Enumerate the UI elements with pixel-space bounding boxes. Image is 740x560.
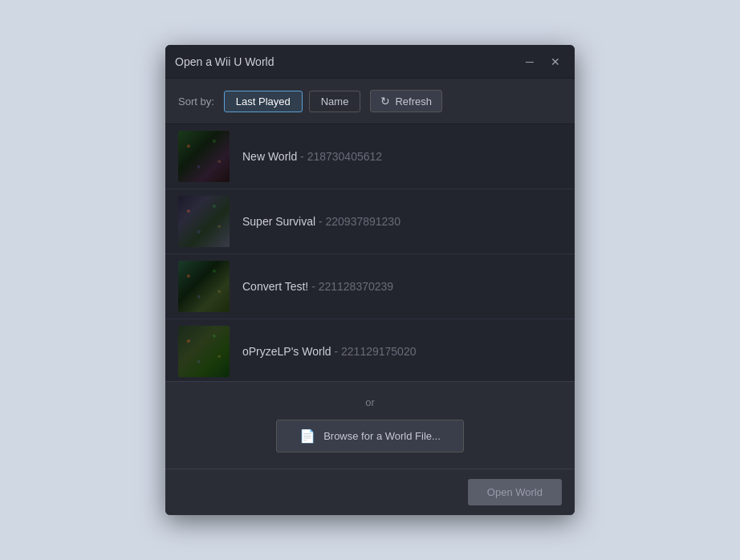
world-item[interactable]: New World - 218730405612 (165, 124, 575, 189)
world-id: - 220937891230 (319, 215, 400, 228)
world-list: New World - 218730405612Super Survival -… (165, 124, 575, 381)
sort-name-button[interactable]: Name (309, 91, 361, 112)
sort-by-label: Sort by: (178, 95, 214, 108)
or-text: or (365, 396, 375, 408)
refresh-button[interactable]: ↻ Refresh (370, 90, 442, 112)
titlebar: Open a Wii U World ─ ✕ (165, 45, 575, 79)
toolbar: Sort by: Last Played Name ↻ Refresh (165, 79, 575, 124)
world-name: New World - 218730405612 (242, 150, 382, 163)
sort-last-played-button[interactable]: Last Played (224, 91, 303, 112)
world-name: Super Survival - 220937891230 (242, 215, 400, 228)
browse-label: Browse for a World File... (323, 430, 441, 442)
titlebar-controls: ─ ✕ (520, 52, 565, 71)
close-button[interactable]: ✕ (546, 52, 565, 71)
world-thumbnail (178, 261, 230, 312)
world-thumbnail (178, 196, 230, 247)
refresh-icon: ↻ (380, 95, 390, 108)
file-icon: 📄 (299, 428, 315, 444)
world-item[interactable]: Super Survival - 220937891230 (165, 189, 575, 254)
minimize-button[interactable]: ─ (520, 52, 539, 71)
refresh-label: Refresh (395, 95, 432, 108)
browse-button[interactable]: 📄 Browse for a World File... (276, 420, 464, 452)
world-item[interactable]: oPryzeLP's World - 221129175020 (165, 319, 575, 381)
world-id: - 218730405612 (300, 150, 382, 163)
world-id: - 221128370239 (311, 280, 393, 293)
world-id: - 221129175020 (334, 345, 416, 358)
world-name: Convert Test! - 221128370239 (242, 280, 393, 293)
browse-section: 📄 Browse for a World File... (165, 420, 575, 469)
world-thumbnail (178, 131, 230, 182)
or-divider: or (165, 381, 575, 420)
dialog-title: Open a Wii U World (175, 55, 274, 68)
world-item[interactable]: Convert Test! - 221128370239 (165, 254, 575, 319)
footer: Open World (165, 469, 575, 515)
open-world-dialog: Open a Wii U World ─ ✕ Sort by: Last Pla… (165, 45, 575, 515)
open-world-button[interactable]: Open World (468, 479, 562, 505)
world-thumbnail (178, 326, 230, 377)
world-name: oPryzeLP's World - 221129175020 (242, 345, 416, 358)
